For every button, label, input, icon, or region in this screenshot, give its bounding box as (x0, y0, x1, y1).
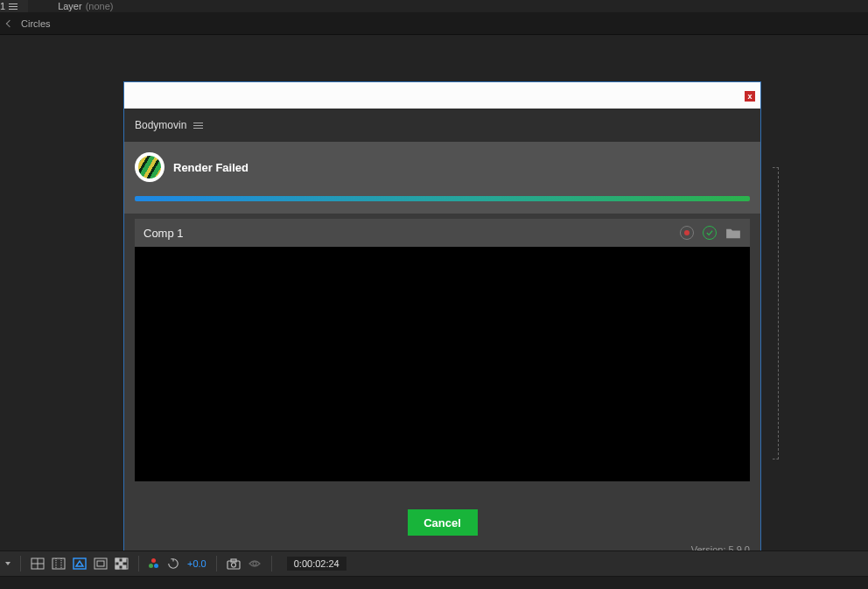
main-area: x Bodymovin Render Failed Comp 1 (0, 35, 868, 550)
panel-title: Bodymovin (135, 119, 186, 131)
bottom-toolbar: +0.0 0:00:02:24 (0, 550, 868, 577)
timecode-display[interactable]: 0:00:02:24 (287, 557, 346, 571)
snapshot-icon[interactable] (227, 557, 241, 570)
bodymovin-dialog: x Bodymovin Render Failed Comp 1 (123, 81, 761, 563)
panel-header: Bodymovin (124, 109, 760, 142)
chevron-left-icon[interactable] (6, 19, 13, 26)
grid-toggle-icon[interactable] (31, 557, 45, 570)
margin-guide (773, 167, 779, 459)
preview-canvas (135, 247, 750, 481)
exposure-value[interactable]: +0.0 (187, 558, 206, 569)
comp-header-bar: Comp 1 (135, 219, 750, 247)
folder-icon[interactable] (725, 227, 741, 239)
svg-rect-12 (119, 562, 122, 565)
layer-value: (none) (86, 1, 114, 11)
svg-rect-7 (94, 558, 107, 569)
svg-rect-3 (52, 558, 65, 569)
status-text: Render Failed (173, 161, 248, 174)
progress-fill (135, 196, 750, 201)
comp-name: Comp 1 (144, 227, 184, 240)
success-status-icon[interactable] (703, 226, 717, 240)
panel-id-fragment: 1 (0, 1, 5, 11)
mask-toggle-icon[interactable] (73, 557, 87, 570)
svg-rect-14 (122, 565, 126, 569)
close-icon: x (747, 92, 752, 101)
dialog-titlebar[interactable]: x (124, 82, 760, 109)
check-icon (706, 229, 713, 236)
svg-point-16 (231, 563, 235, 567)
transparency-grid-icon[interactable] (115, 557, 129, 570)
svg-rect-13 (116, 565, 119, 569)
record-status-icon[interactable] (680, 226, 694, 240)
svg-rect-11 (122, 558, 126, 562)
svg-rect-10 (116, 558, 119, 562)
status-band: Render Failed (124, 142, 760, 214)
guides-toggle-icon[interactable] (52, 557, 66, 570)
panel-menu-icon[interactable] (193, 121, 203, 130)
title-safe-icon[interactable] (94, 557, 108, 570)
bodymovin-logo (135, 152, 164, 182)
app-top-strip: 1 Layer (none) (0, 0, 868, 12)
svg-rect-8 (97, 561, 104, 566)
hamburger-icon[interactable] (9, 2, 18, 11)
cancel-button[interactable]: Cancel (408, 509, 478, 536)
show-snapshot-icon[interactable] (248, 557, 262, 570)
layer-label: Layer (58, 1, 82, 11)
bottom-strip (0, 577, 868, 589)
composition-tab-row: Circles (0, 12, 868, 35)
channel-icon[interactable] (149, 558, 159, 569)
comp-section: Comp 1 (124, 214, 760, 494)
reset-exposure-icon[interactable] (166, 557, 180, 570)
progress-bar (135, 196, 750, 201)
tab-circles[interactable]: Circles (21, 18, 51, 29)
action-row: Cancel (124, 494, 760, 544)
dropdown-magnification-icon[interactable] (5, 562, 10, 565)
svg-point-18 (253, 562, 256, 565)
close-button[interactable]: x (745, 91, 755, 102)
